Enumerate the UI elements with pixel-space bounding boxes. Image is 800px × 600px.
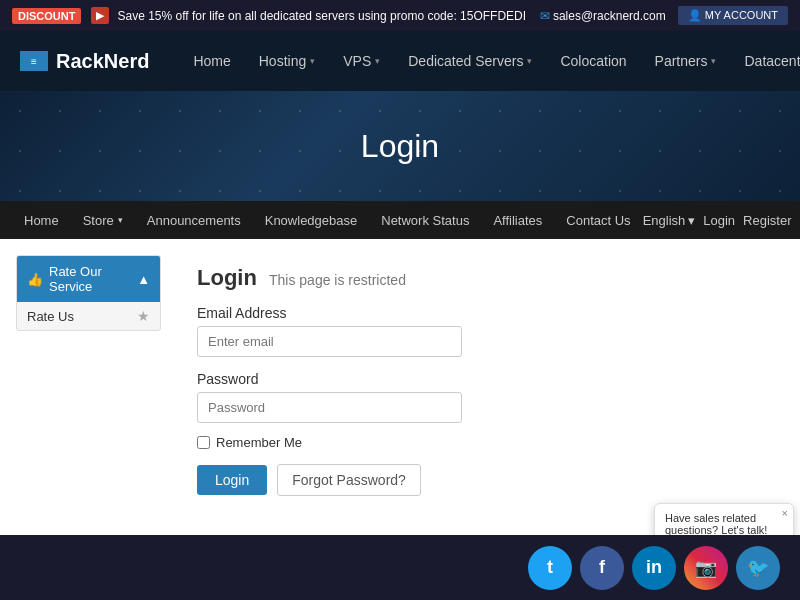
account-label: MY ACCOUNT	[705, 9, 778, 21]
sec-nav-knowledgebase[interactable]: Knowledgebase	[253, 203, 370, 238]
nav-dedicated-label: Dedicated Servers	[408, 53, 523, 69]
forgot-password-button[interactable]: Forgot Password?	[277, 464, 421, 496]
language-selector[interactable]: English ▾	[643, 213, 696, 228]
email-label: Email Address	[197, 305, 764, 321]
rate-us-text[interactable]: Rate Us	[27, 309, 74, 324]
nav-vps[interactable]: VPS ▾	[329, 33, 394, 89]
remember-checkbox[interactable]	[197, 436, 210, 449]
partners-caret: ▾	[711, 56, 716, 66]
store-caret: ▾	[118, 215, 123, 225]
remember-label: Remember Me	[216, 435, 302, 450]
login-subtitle: This page is restricted	[269, 272, 406, 288]
nav-home-label: Home	[193, 53, 230, 69]
sec-nav-network[interactable]: Network Status	[369, 203, 481, 238]
email-address: sales@racknerd.com	[553, 9, 666, 23]
dedicated-caret: ▾	[527, 56, 532, 66]
extra-label: 🐦	[747, 557, 769, 579]
discount-bar: DISCOUNT ▶ Save 15% off for life on all …	[0, 0, 800, 31]
chevron-up-icon: ▲	[137, 272, 150, 287]
sec-nav-contact[interactable]: Contact Us	[554, 203, 642, 238]
nav-hosting[interactable]: Hosting ▾	[245, 33, 329, 89]
linkedin-label: in	[646, 557, 662, 578]
chat-text: Have sales related questions? Let's talk…	[665, 512, 767, 536]
nav-partners[interactable]: Partners ▾	[641, 33, 731, 89]
instagram-label: 📷	[695, 557, 717, 579]
facebook-label: f	[599, 557, 605, 578]
password-input[interactable]	[197, 392, 462, 423]
logo-text: RackNerd	[56, 50, 149, 73]
email-icon: ✉	[540, 9, 553, 23]
sec-nav-affiliates[interactable]: Affiliates	[481, 203, 554, 238]
form-actions: Login Forgot Password?	[197, 464, 764, 496]
nav-home[interactable]: Home	[179, 33, 244, 89]
discount-left: DISCOUNT ▶ Save 15% off for life on all …	[12, 7, 526, 24]
sec-contact-label: Contact Us	[566, 213, 630, 228]
account-icon: 👤	[688, 9, 705, 21]
secondary-nav: Home Store ▾ Announcements Knowledgebase…	[0, 201, 800, 239]
rate-header-left: 👍 Rate Our Service	[27, 264, 137, 294]
rate-widget: 👍 Rate Our Service ▲ Rate Us ★	[16, 255, 161, 331]
login-submit-button[interactable]: Login	[197, 465, 267, 495]
register-link[interactable]: Register	[743, 213, 791, 228]
twitter-label: t	[547, 557, 553, 578]
rate-header[interactable]: 👍 Rate Our Service ▲	[17, 256, 160, 302]
sec-knowledgebase-label: Knowledgebase	[265, 213, 358, 228]
logo-icon: ≡	[20, 51, 48, 71]
sec-network-label: Network Status	[381, 213, 469, 228]
social-bar: t f in 📷 🐦	[0, 535, 800, 600]
vps-caret: ▾	[375, 56, 380, 66]
star-icon[interactable]: ★	[137, 308, 150, 324]
promo-text: Save 15% off for life on all dedicated s…	[117, 9, 526, 23]
facebook-icon[interactable]: f	[580, 546, 624, 590]
nav-colocation[interactable]: Colocation	[546, 33, 640, 89]
extra-social-icon[interactable]: 🐦	[736, 546, 780, 590]
nav-dedicated[interactable]: Dedicated Servers ▾	[394, 33, 546, 89]
instagram-icon[interactable]: 📷	[684, 546, 728, 590]
nav-colocation-label: Colocation	[560, 53, 626, 69]
hosting-caret: ▾	[310, 56, 315, 66]
discount-arrow: ▶	[91, 7, 109, 24]
main-nav: ≡ RackNerd Home Hosting ▾ VPS ▾ Dedicate…	[0, 31, 800, 91]
login-link[interactable]: Login	[703, 213, 735, 228]
remember-row: Remember Me	[197, 435, 764, 450]
sec-affiliates-label: Affiliates	[493, 213, 542, 228]
hero-section: Login	[0, 91, 800, 201]
linkedin-icon[interactable]: in	[632, 546, 676, 590]
chat-close-icon[interactable]: ×	[782, 507, 788, 519]
thumbs-up-icon: 👍	[27, 272, 43, 287]
language-label: English	[643, 213, 686, 228]
sec-home-label: Home	[24, 213, 59, 228]
login-heading: Login This page is restricted	[197, 265, 764, 291]
rate-header-label: Rate Our Service	[49, 264, 137, 294]
email-contact: ✉ sales@racknerd.com	[540, 9, 666, 23]
login-section: Login This page is restricted Email Addr…	[177, 255, 784, 506]
login-title-bold: Login	[197, 265, 257, 290]
nav-partners-label: Partners	[655, 53, 708, 69]
discount-badge: DISCOUNT	[12, 8, 81, 24]
password-label: Password	[197, 371, 764, 387]
my-account-button[interactable]: 👤 MY ACCOUNT	[678, 6, 788, 25]
email-group: Email Address	[197, 305, 764, 357]
hero-title: Login	[361, 128, 439, 165]
sec-store-label: Store	[83, 213, 114, 228]
nav-links: Home Hosting ▾ VPS ▾ Dedicated Servers ▾…	[179, 33, 800, 89]
sidebar: 👍 Rate Our Service ▲ Rate Us ★	[16, 255, 161, 506]
sec-nav-announcements[interactable]: Announcements	[135, 203, 253, 238]
sec-nav-left: Home Store ▾ Announcements Knowledgebase…	[12, 203, 643, 238]
sec-announcements-label: Announcements	[147, 213, 241, 228]
nav-hosting-label: Hosting	[259, 53, 306, 69]
nav-vps-label: VPS	[343, 53, 371, 69]
password-group: Password	[197, 371, 764, 423]
nav-datacenters-label: Datacenters	[744, 53, 800, 69]
discount-right: ✉ sales@racknerd.com 👤 MY ACCOUNT	[540, 6, 788, 25]
email-input[interactable]	[197, 326, 462, 357]
logo[interactable]: ≡ RackNerd	[20, 50, 149, 73]
login-title: Login This page is restricted	[197, 265, 406, 290]
rate-body: Rate Us ★	[17, 302, 160, 330]
sec-nav-home[interactable]: Home	[12, 203, 71, 238]
content-area: 👍 Rate Our Service ▲ Rate Us ★ Login Thi…	[0, 239, 800, 522]
sec-nav-store[interactable]: Store ▾	[71, 203, 135, 238]
nav-datacenters[interactable]: Datacenters ▾	[730, 33, 800, 89]
twitter-icon[interactable]: t	[528, 546, 572, 590]
sec-nav-right: English ▾ Login Register View Cart	[643, 200, 800, 240]
